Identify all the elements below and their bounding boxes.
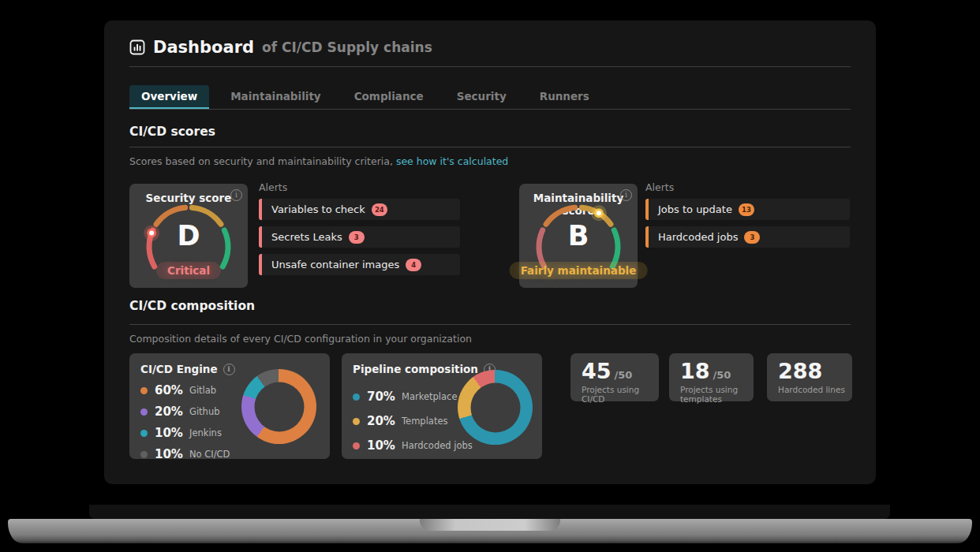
- laptop-lid-notch: [420, 519, 560, 531]
- engine-donut-chart: [241, 369, 316, 444]
- alert-hardcoded-jobs[interactable]: Hardcoded jobs 3: [645, 226, 850, 248]
- alert-count-badge: 4: [406, 259, 421, 271]
- stat-hardcoded-lines: 288 Hardcoded lines: [767, 353, 852, 401]
- legend-pct: 10%: [155, 426, 189, 440]
- stat-label: Hardcoded lines: [778, 385, 852, 394]
- legend-pct: 70%: [367, 390, 402, 404]
- stat-label: Projects using templates: [680, 385, 754, 404]
- cicd-engine-card: CI/CD Engine i 60% Gitlab 20% Github 10%…: [129, 353, 330, 459]
- maintainability-status-badge: Fairly maintainable: [510, 262, 648, 279]
- alert-count-badge: 13: [739, 203, 754, 216]
- scores-section-divider: [129, 147, 851, 147]
- info-icon[interactable]: i: [230, 189, 242, 201]
- stat-label: Projects using CI/CD: [582, 385, 659, 404]
- alert-label: Variables to check: [271, 203, 365, 215]
- maintainability-alerts-label: Alerts: [645, 181, 674, 193]
- legend-dot: [140, 387, 148, 394]
- alert-label: Unsafe container images: [271, 259, 399, 270]
- alert-variables-to-check[interactable]: Variables to check 24: [259, 199, 460, 220]
- composition-section-divider: [129, 324, 851, 325]
- page-subtitle: of CI/CD Supply chains: [262, 39, 432, 55]
- legend-item: 60% Gitlab: [140, 383, 230, 397]
- pipeline-donut-chart: [458, 370, 533, 445]
- maintainability-score-card: Maintainability score i B Fairly maintai…: [519, 184, 638, 288]
- alert-count-badge: 24: [372, 203, 387, 216]
- page-header: Dashboard of CI/CD Supply chains: [129, 38, 432, 57]
- stat-projects-using-cicd: 45 /50 Projects using CI/CD: [570, 353, 659, 401]
- see-how-calculated-link[interactable]: see how it's calculated: [396, 155, 508, 167]
- maintainability-grade: B: [519, 222, 638, 250]
- stat-value: 18: [680, 360, 710, 382]
- header-divider: [129, 66, 851, 67]
- legend-dot: [140, 430, 148, 437]
- legend-label: Jenkins: [189, 427, 222, 438]
- alert-label: Secrets Leaks: [271, 231, 342, 243]
- legend-label: No CI/CD: [189, 449, 230, 460]
- pipeline-composition-title: Pipeline composition: [353, 363, 478, 375]
- stat-total: /50: [615, 369, 633, 381]
- info-icon[interactable]: i: [223, 364, 235, 375]
- legend-dot: [353, 418, 360, 425]
- scores-section-subtitle: Scores based on security and maintainabi…: [129, 155, 508, 167]
- alert-secrets-leaks[interactable]: Secrets Leaks 3: [259, 226, 460, 248]
- cicd-engine-title: CI/CD Engine: [140, 363, 218, 375]
- donut-hole: [470, 382, 520, 432]
- security-score-card: Security score i D Critical: [129, 184, 248, 288]
- security-status-badge: Critical: [156, 262, 221, 279]
- scores-subtitle-text: Scores based on security and maintainabi…: [129, 155, 393, 167]
- legend-pct: 20%: [367, 414, 402, 428]
- bar-chart-icon: [129, 39, 145, 55]
- tab-runners[interactable]: Runners: [528, 85, 601, 110]
- pipeline-composition-card: Pipeline composition i 70% Marketplace t…: [342, 353, 542, 459]
- alert-count-badge: 3: [744, 231, 760, 244]
- info-icon[interactable]: i: [620, 189, 632, 201]
- alert-label: Jobs to update: [658, 203, 732, 215]
- alert-unsafe-container-images[interactable]: Unsafe container images 4: [259, 254, 460, 275]
- legend-item: 20% Github: [140, 405, 230, 419]
- tab-overview[interactable]: Overview: [129, 85, 209, 110]
- legend-pct: 60%: [155, 383, 189, 397]
- tab-maintainability[interactable]: Maintainability: [219, 85, 333, 110]
- scores-section-title: CI/CD scores: [129, 125, 215, 139]
- tabs-divider: [129, 109, 851, 110]
- stat-value: 288: [778, 360, 822, 382]
- legend-dot: [353, 442, 360, 449]
- legend-dot: [353, 393, 360, 401]
- legend-pct: 10%: [367, 438, 402, 453]
- legend-label: Hardcoded jobs: [402, 440, 473, 451]
- composition-section-title: CI/CD composition: [129, 299, 255, 313]
- legend-item: 10% No CI/CD: [140, 447, 230, 461]
- laptop-hinge: [89, 505, 890, 519]
- legend-dot: [140, 451, 148, 458]
- composition-section-subtitle: Composition details of every CI/CD confi…: [129, 333, 472, 345]
- dashboard-panel: Dashboard of CI/CD Supply chains Overvie…: [104, 21, 876, 484]
- alert-label: Hardcoded jobs: [658, 231, 738, 243]
- legend-item: 10% Jenkins: [140, 426, 230, 440]
- stat-projects-using-templates: 18 /50 Projects using templates: [669, 353, 754, 401]
- alert-count-badge: 3: [349, 231, 365, 244]
- alert-jobs-to-update[interactable]: Jobs to update 13: [645, 199, 850, 220]
- security-grade: D: [129, 222, 248, 250]
- donut-hole: [254, 382, 304, 431]
- legend-pct: 10%: [155, 447, 189, 461]
- legend-label: Github: [189, 406, 220, 417]
- engine-legend: 60% Gitlab 20% Github 10% Jenkins 10% No…: [140, 383, 230, 461]
- tab-bar: Overview Maintainability Compliance Secu…: [129, 85, 601, 110]
- legend-label: Templates: [402, 416, 447, 427]
- security-alerts-label: Alerts: [259, 181, 287, 193]
- legend-label: Gitlab: [189, 385, 216, 396]
- tab-security[interactable]: Security: [445, 85, 518, 110]
- stat-value: 45: [582, 360, 612, 382]
- legend-pct: 20%: [155, 405, 189, 419]
- page-title: Dashboard: [153, 38, 254, 57]
- legend-dot: [140, 408, 148, 416]
- stat-total: /50: [713, 369, 731, 381]
- tab-compliance[interactable]: Compliance: [342, 85, 436, 110]
